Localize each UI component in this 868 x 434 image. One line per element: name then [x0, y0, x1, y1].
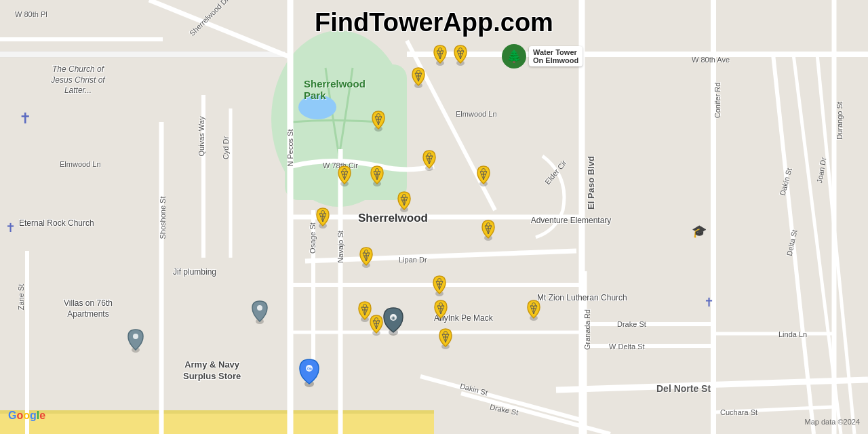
app-title: FindTowerApp.com	[315, 8, 553, 37]
map-container[interactable]: FindTowerApp.com SherrelwoodPark The Chu…	[0, 0, 868, 434]
school-icon: 🎓	[692, 224, 707, 239]
map-attribution: Map data ©2024	[805, 418, 861, 426]
church-icon-eternal: ✝	[5, 220, 16, 235]
google-logo: Google	[8, 410, 45, 422]
svg-rect-3	[0, 414, 434, 434]
svg-rect-6	[285, 64, 407, 200]
svg-rect-1	[0, 0, 292, 434]
church-icon-mtzion: ✝	[704, 295, 714, 310]
svg-rect-4	[0, 410, 434, 414]
water-tower-marker[interactable]: 🌲 Water TowerOn Elmwood	[502, 44, 583, 68]
church-icon-lds: ✝	[19, 110, 31, 127]
svg-point-7	[298, 95, 336, 119]
